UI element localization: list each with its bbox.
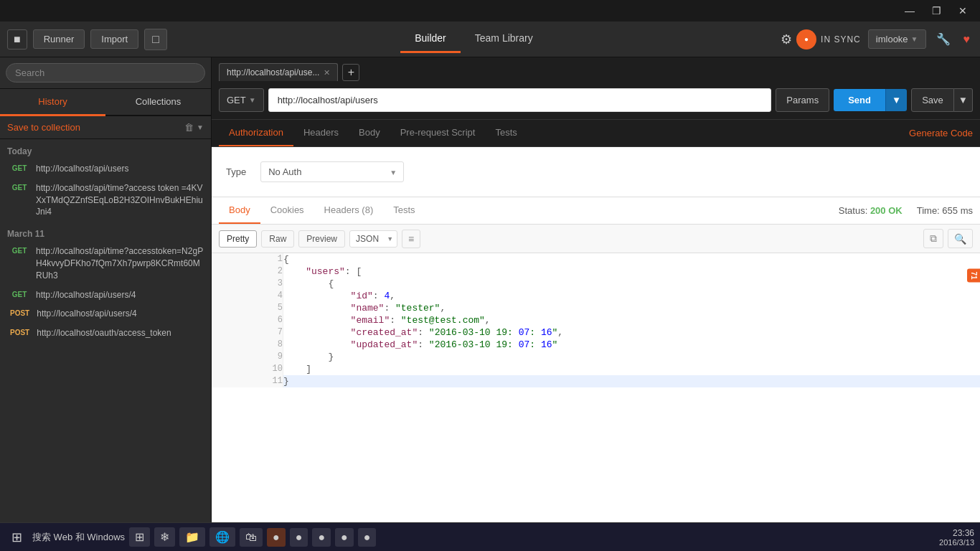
request-builder: GET ▼ Params Send ▼ Save ▼ [212,81,980,120]
taskbar-icon-ie[interactable]: 🌐 [209,527,235,547]
sync-area: ⚙ ● IN SYNC [781,29,861,50]
sidebar-content: Today GET http://localhost/api/users GET… [0,139,211,522]
response-tab-headers[interactable]: Headers (8) [314,197,384,224]
auth-type-row: Type No Auth Basic Auth Bearer Token OAu… [226,161,966,182]
table-row: 1{ [212,253,980,265]
tab-history[interactable]: History [0,89,105,116]
list-item[interactable]: GET http://localhost/api/time?accesstoke… [0,242,211,285]
auth-type-wrapper: No Auth Basic Auth Bearer Token OAuth 2.… [260,161,404,182]
format-icon-button[interactable]: ≡ [402,230,420,248]
clock-date: 2016/3/13 [939,538,974,547]
copy-button[interactable]: ⧉ [923,229,943,248]
save-collection-icons[interactable]: 🗑 ▼ [184,122,204,133]
tab-bar-row: http://localhost/api/use... ✕ + [212,57,980,81]
tab-team-library[interactable]: Team Library [461,25,547,53]
format-select[interactable]: JSON XML HTML Text [349,230,397,248]
list-item[interactable]: POST http://localhost/api/users/4 [0,304,211,324]
search-input[interactable] [6,63,205,83]
url-input[interactable] [268,88,772,112]
tab-tests[interactable]: Tests [485,120,527,146]
send-dropdown-button[interactable]: ▼ [885,89,907,111]
auth-type-label: Type [226,166,246,177]
tab-collections[interactable]: Collections [105,89,211,116]
tab-prerequest[interactable]: Pre-request Script [390,120,486,146]
req-tabs-right: Generate Code [909,128,973,138]
chevron-down-icon: ▼ [911,35,918,43]
table-row: 3 { [212,278,980,290]
clock-display: 23:36 2016/3/13 [939,528,974,547]
code-table: 1{2 "users": [3 {4 "id": 4,5 "name": "te… [212,253,980,387]
runner-button[interactable]: Runner [33,29,85,49]
status-value: 200 OK [870,205,903,216]
taskbar-icon-snowflake[interactable]: ❄ [154,527,175,547]
maximize-button[interactable]: ❐ [926,4,947,18]
preview-button[interactable]: Preview [298,230,345,248]
minimize-button[interactable]: — [899,4,920,18]
item-url: http://localhost/api/time?accesstoken=N2… [36,245,204,281]
response-tab-cookies[interactable]: Cookies [260,197,314,224]
taskbar-icon-app5[interactable]: ● [358,528,377,547]
save-dropdown-button[interactable]: ▼ [954,88,973,112]
table-row: 7 "created_at": "2016-03-10 19: 07: 16", [212,326,980,339]
tab-builder[interactable]: Builder [400,25,461,53]
taskbar-search-label: 搜索 Web 和 Windows [32,531,125,544]
response-actions: ⧉ 🔍 [923,229,973,248]
section-march11-label: March 11 [0,222,211,242]
taskbar-icon-app2[interactable]: ● [290,528,308,547]
response-tab-body[interactable]: Body [219,197,260,224]
chevron-down-icon: ▼ [892,95,901,105]
tab-authorization[interactable]: Authorization [219,120,293,146]
close-tab-icon[interactable]: ✕ [324,68,330,77]
save-button[interactable]: Save [911,88,954,112]
new-tab-button[interactable]: □ [144,29,167,50]
chevron-down-icon-sidebar: ▼ [197,123,204,131]
list-item[interactable]: GET http://localhost/api/users/4 [0,286,211,305]
import-button[interactable]: Import [90,29,138,49]
search-response-button[interactable]: 🔍 [948,229,973,248]
save-collection-row: Save to collection 🗑 ▼ [0,116,211,139]
chevron-down-icon: ▼ [958,95,968,105]
pretty-button[interactable]: Pretty [219,230,257,248]
current-url-tab[interactable]: http://localhost/api/use... ✕ [219,63,338,81]
postman-badge: 71 [967,268,980,282]
method-badge-post: POST [7,309,32,318]
heart-icon[interactable]: ♥ [961,30,974,49]
generate-code-button[interactable]: Generate Code [909,128,973,138]
taskbar-icon-app4[interactable]: ● [335,528,354,547]
user-menu-button[interactable]: imlooke ▼ [868,29,926,49]
sidebar-toggle-button[interactable]: ■ [7,29,27,50]
header: ■ Runner Import □ Builder Team Library ⚙… [0,22,980,57]
table-row: 10 ] [212,363,980,375]
taskbar-icon-folder[interactable]: 📁 [179,527,205,547]
method-select[interactable]: GET ▼ [219,88,264,112]
sync-indicator: ● [796,29,816,50]
settings-icon: ⚙ [781,32,792,47]
save-to-collection-button[interactable]: Save to collection [7,122,80,133]
auth-type-select[interactable]: No Auth Basic Auth Bearer Token OAuth 2.… [260,161,404,182]
list-item[interactable]: POST http://localhost/oauth/access_token [0,324,211,343]
taskbar-icon-app3[interactable]: ● [312,528,331,547]
item-url: http://localhost/api/time?access token =… [36,182,204,218]
table-row: 6 "email": "test@test.com", [212,314,980,326]
response-area: Body Cookies Headers (8) Tests Status: 2… [212,197,980,522]
send-button[interactable]: Send [834,89,885,111]
list-item[interactable]: GET http://localhost/api/time?access tok… [0,179,211,222]
time-label: Time: 655 ms [917,205,973,216]
taskbar-icon-store[interactable]: 🛍 [240,528,263,547]
list-item[interactable]: GET http://localhost/api/users [0,159,211,179]
tab-body[interactable]: Body [349,120,390,146]
format-select-wrapper: JSON XML HTML Text [349,230,397,248]
wrench-icon[interactable]: 🔧 [933,29,953,49]
close-button[interactable]: ✕ [953,4,973,18]
taskbar-icon-chrome[interactable]: ● [267,528,286,547]
add-tab-button[interactable]: + [342,64,359,81]
taskbar-icon-grid[interactable]: ⊞ [129,527,150,547]
auth-panel: Type No Auth Basic Auth Bearer Token OAu… [212,147,980,197]
tab-headers[interactable]: Headers [293,120,349,146]
code-area: 1{2 "users": [3 {4 "id": 4,5 "name": "te… [212,253,980,522]
start-button[interactable]: ⊞ [6,527,28,548]
params-button[interactable]: Params [776,88,829,112]
raw-button[interactable]: Raw [261,230,294,248]
response-tab-tests[interactable]: Tests [383,197,425,224]
response-status-row: Status: 200 OK Time: 655 ms [839,205,973,216]
